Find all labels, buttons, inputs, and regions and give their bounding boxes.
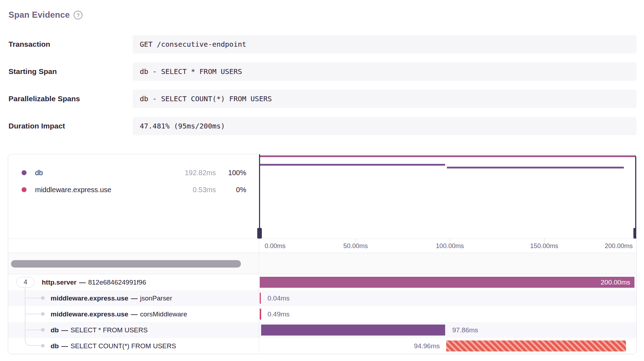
span-duration-label: 0.04ms	[268, 290, 289, 306]
span-row-jsonparser[interactable]: middleware.express.use — jsonParser 0.04…	[8, 290, 636, 306]
span-duration-label: 0.49ms	[268, 306, 289, 322]
span-description: corsMiddleware	[140, 310, 187, 318]
field-starting-span: Starting Span db - SELECT * FROM USERS	[0, 62, 644, 81]
minimap-left-grab-icon[interactable]	[257, 228, 262, 239]
axis-label: 200.00ms	[605, 242, 633, 250]
legend-percent: 100%	[216, 169, 246, 177]
scrollbar-row	[8, 253, 636, 274]
legend-duration: 0.53ms	[173, 186, 216, 194]
minimap-right-grab-icon[interactable]	[633, 228, 637, 239]
minimap-span-http-server	[260, 155, 635, 157]
legend: db 192.82ms 100% middleware.express.use …	[8, 154, 259, 239]
help-icon[interactable]: ?	[74, 11, 82, 19]
span-bar-jsonparser[interactable]	[260, 293, 261, 304]
field-value: db - SELECT COUNT(*) FROM USERS	[133, 90, 637, 108]
title-row: Span Evidence ?	[8, 10, 82, 20]
span-bar-db-select[interactable]	[261, 325, 445, 336]
minimap-left-drag-handle[interactable]	[259, 154, 260, 239]
trace-minimap[interactable]	[259, 154, 636, 239]
axis-tick-mark	[544, 239, 545, 242]
op-description-separator: —	[61, 326, 68, 334]
span-bar-corsmiddleware[interactable]	[260, 309, 261, 320]
axis-tick-mark	[450, 239, 450, 242]
tree-scrollbar-track[interactable]	[8, 253, 259, 274]
field-label: Duration Impact	[8, 117, 65, 135]
legend-duration: 192.82ms	[173, 169, 216, 177]
time-axis-row: 0.00ms 50.00ms 100.00ms 150.00ms 200.00m…	[8, 239, 636, 253]
field-label: Transaction	[8, 35, 50, 53]
field-value: db - SELECT * FROM USERS	[133, 62, 637, 81]
span-row-db-count[interactable]: db — SELECT COUNT(*) FROM USERS 94.96ms	[8, 338, 636, 354]
field-value: 47.481% (95ms/200ms)	[133, 117, 637, 135]
field-parallelizable-spans: Parallelizable Spans db - SELECT COUNT(*…	[0, 90, 644, 108]
axis-left-spacer	[8, 239, 259, 253]
span-evidence-panel: Span Evidence ? Transaction GET /consecu…	[0, 0, 644, 361]
span-row-db-select[interactable]: db — SELECT * FROM USERS 97.86ms	[8, 322, 636, 338]
op-description-separator: —	[131, 294, 138, 302]
axis-label: 100.00ms	[436, 242, 464, 250]
field-value: GET /consecutive-endpoint	[133, 35, 637, 53]
op-description-separator: —	[61, 342, 68, 350]
span-op: middleware.express.use	[51, 310, 128, 318]
span-description: 812e684624991f96	[88, 279, 146, 286]
axis-label: 150.00ms	[530, 242, 558, 250]
legend-dot-db	[22, 170, 27, 175]
minimap-span-db-select	[260, 164, 445, 166]
axis-tick-mark	[356, 239, 356, 242]
legend-name: db	[35, 169, 173, 177]
time-axis: 0.00ms 50.00ms 100.00ms 150.00ms 200.00m…	[259, 239, 636, 253]
span-tree: 4 http.server — 812e684624991f96 200.00m…	[8, 274, 636, 354]
axis-label: 50.00ms	[343, 242, 368, 250]
span-duration-label: 94.96ms	[414, 338, 440, 354]
span-description: SELECT * FROM USERS	[70, 326, 148, 334]
legend-dot-middleware	[22, 187, 27, 192]
span-description: jsonParser	[140, 294, 172, 302]
op-description-separator: —	[79, 279, 86, 286]
span-row-corsmiddleware[interactable]: middleware.express.use — corsMiddleware …	[8, 306, 636, 322]
span-description: SELECT COUNT(*) FROM USERS	[70, 342, 176, 350]
child-count-badge[interactable]: 4	[16, 277, 35, 288]
span-row-http-server[interactable]: 4 http.server — 812e684624991f96 200.00m…	[8, 274, 636, 290]
span-op: db	[51, 326, 59, 334]
field-label: Starting Span	[8, 62, 57, 81]
legend-item-middleware: middleware.express.use 0.53ms 0%	[8, 181, 259, 198]
page-title: Span Evidence	[8, 10, 70, 20]
span-op: db	[51, 342, 59, 350]
scrollbar-right-spacer	[259, 253, 636, 274]
span-duration-label: 97.86ms	[452, 322, 478, 338]
waterfall-header: db 192.82ms 100% middleware.express.use …	[8, 154, 636, 239]
op-description-separator: —	[131, 310, 138, 318]
span-waterfall-card: db 192.82ms 100% middleware.express.use …	[8, 154, 637, 354]
tree-scrollbar-thumb[interactable]	[11, 260, 241, 268]
span-duration-label: 200.00ms	[601, 279, 630, 286]
legend-percent: 0%	[216, 186, 246, 194]
span-bar-http-server[interactable]: 200.00ms	[260, 277, 634, 288]
span-op: http.server	[42, 279, 76, 286]
span-op: middleware.express.use	[51, 294, 128, 302]
field-transaction: Transaction GET /consecutive-endpoint	[0, 35, 644, 53]
legend-item-db: db 192.82ms 100%	[8, 164, 259, 181]
field-duration-impact: Duration Impact 47.481% (95ms/200ms)	[0, 117, 644, 135]
minimap-right-drag-handle[interactable]	[635, 154, 636, 239]
span-bar-db-count-striped[interactable]	[446, 340, 626, 351]
minimap-span-db-count	[447, 167, 624, 168]
field-label: Parallelizable Spans	[8, 90, 80, 108]
axis-label: 0.00ms	[265, 242, 286, 250]
legend-name: middleware.express.use	[35, 186, 173, 194]
